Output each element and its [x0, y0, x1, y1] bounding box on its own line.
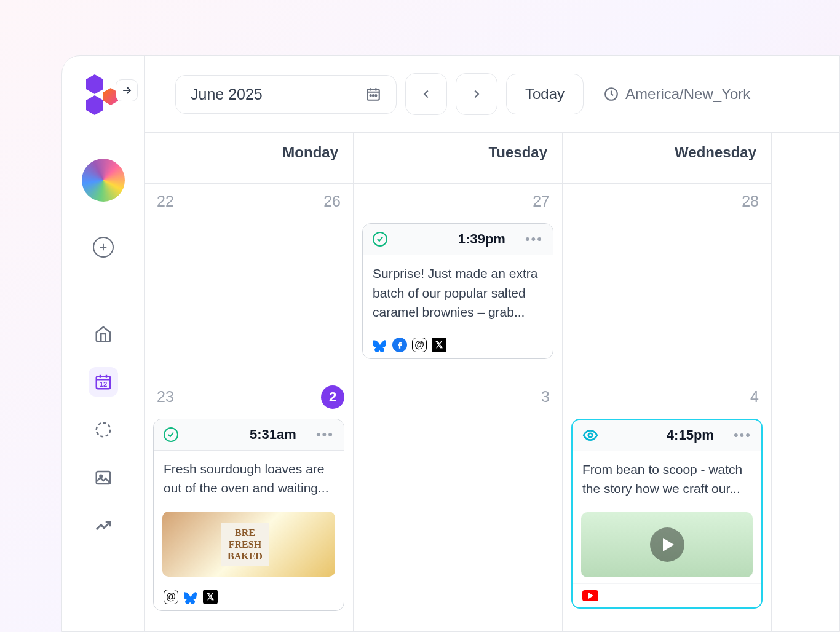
play-button-icon	[650, 527, 684, 562]
nav-drafts[interactable]	[89, 415, 118, 444]
post-menu-button[interactable]: •••	[734, 427, 751, 443]
nav-media[interactable]	[89, 463, 118, 492]
day-header-wednesday: Wednesday	[563, 133, 772, 184]
svg-point-10	[373, 95, 374, 96]
prev-month-button[interactable]	[405, 73, 447, 115]
day-cell[interactable]: 27 1:39pm ••• Surprise! Just mad	[354, 184, 563, 379]
profile-avatar[interactable]	[82, 159, 125, 202]
next-month-button[interactable]	[456, 73, 497, 115]
svg-point-5	[96, 423, 110, 437]
post-menu-button[interactable]: •••	[316, 427, 334, 443]
post-card-header: 4:15pm •••	[573, 420, 761, 451]
post-platforms: @ 𝕏	[363, 331, 553, 358]
day-cell[interactable]: 28	[563, 184, 772, 379]
month-label: June 2025	[191, 85, 263, 103]
status-scheduled-icon	[373, 232, 387, 247]
svg-marker-0	[86, 74, 103, 94]
post-card-header: 5:31am •••	[154, 419, 344, 451]
month-selector[interactable]: June 2025	[175, 75, 397, 114]
nav-home[interactable]	[89, 319, 118, 349]
post-card[interactable]: 5:31am ••• Fresh sourdough loaves are ou…	[153, 419, 344, 611]
app-logo[interactable]	[86, 74, 121, 117]
today-button[interactable]: Today	[506, 74, 584, 114]
post-text: Fresh sourdough loaves are out of the ov…	[154, 451, 344, 507]
post-menu-button[interactable]: •••	[525, 231, 543, 247]
day-cell[interactable]: 4 4:15pm ••• From bean to scoop - watch …	[563, 379, 772, 631]
day-header-monday: Monday	[145, 133, 354, 184]
nav-calendar[interactable]: 12	[89, 367, 118, 397]
nav-analytics[interactable]	[89, 511, 118, 540]
status-scheduled-icon	[164, 427, 178, 442]
post-text: Surprise! Just made an extra batch of ou…	[363, 255, 553, 331]
timezone-display[interactable]: America/New_York	[603, 85, 750, 103]
post-time: 5:31am	[250, 427, 296, 443]
divider	[76, 219, 131, 219]
timezone-label: America/New_York	[625, 85, 750, 103]
day-number: 4	[750, 388, 759, 406]
post-time: 4:15pm	[667, 427, 714, 443]
x-icon: 𝕏	[203, 590, 218, 604]
day-number: 22	[157, 192, 174, 210]
status-preview-icon	[582, 427, 598, 443]
post-card[interactable]: 1:39pm ••• Surprise! Just made an extra …	[362, 223, 553, 359]
sidebar: 12	[62, 56, 145, 631]
day-number: 26	[323, 192, 341, 210]
day-number: 23	[157, 388, 174, 406]
calendar-grid: Monday Tuesday Wednesday 22 26 27	[145, 132, 839, 631]
post-card-header: 1:39pm •••	[363, 224, 553, 255]
bluesky-icon	[183, 590, 198, 604]
post-text: From bean to scoop - watch the story how…	[573, 451, 761, 507]
post-platforms: @ 𝕏	[154, 583, 344, 610]
svg-point-9	[370, 95, 371, 96]
day-number: 3	[541, 388, 550, 406]
svg-point-11	[375, 95, 376, 96]
day-header-tuesday: Tuesday	[354, 133, 563, 184]
expand-sidebar-button[interactable]	[116, 79, 138, 101]
post-platforms	[573, 583, 761, 607]
post-count-badge: 2	[321, 385, 344, 409]
youtube-icon	[582, 590, 598, 601]
post-card[interactable]: 4:15pm ••• From bean to scoop - watch th…	[571, 419, 763, 609]
threads-icon: @	[412, 338, 427, 352]
day-cell[interactable]: 23 2 5:31am ••• Fresh so	[145, 379, 354, 631]
day-cell[interactable]: 3	[354, 379, 563, 631]
calendar-icon	[365, 86, 381, 102]
add-button[interactable]	[93, 237, 114, 258]
post-video-thumbnail[interactable]	[581, 512, 753, 577]
facebook-icon	[392, 338, 407, 352]
threads-icon: @	[164, 590, 178, 604]
main-content: June 2025 Today America/New_York Monday …	[145, 56, 839, 631]
x-icon: 𝕏	[432, 338, 446, 352]
clock-icon	[603, 86, 619, 102]
app-container: 12 June 2025 Today	[61, 55, 840, 632]
day-cell[interactable]: 22 26	[145, 184, 354, 379]
sidebar-nav: 12	[89, 319, 118, 540]
image-text-overlay: BRE FRESH BAKED	[221, 523, 269, 567]
svg-marker-1	[86, 95, 103, 115]
day-number: 27	[533, 192, 550, 210]
divider	[76, 141, 131, 141]
svg-text:12: 12	[99, 381, 107, 388]
svg-point-13	[588, 433, 593, 438]
post-time: 1:39pm	[458, 231, 505, 247]
calendar-header: June 2025 Today America/New_York	[145, 56, 839, 132]
bluesky-icon	[373, 338, 387, 352]
day-number: 28	[742, 192, 759, 210]
post-image-thumbnail: BRE FRESH BAKED	[162, 512, 335, 577]
